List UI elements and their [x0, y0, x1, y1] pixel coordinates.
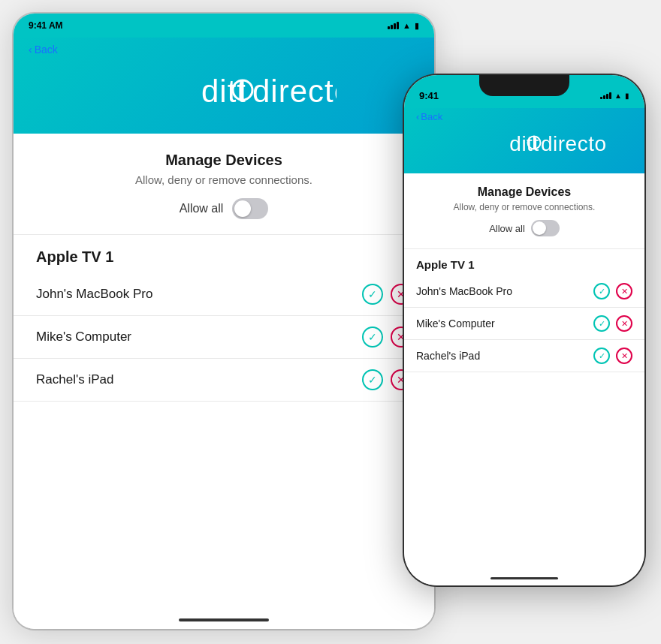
phone-device-name: Mike's Computer	[416, 317, 593, 330]
phone-deny-button[interactable]: ✕	[616, 283, 632, 299]
tablet-home-indicator	[14, 611, 434, 629]
phone-manage-subtitle: Allow, deny or remove connections.	[416, 202, 632, 212]
allow-button[interactable]: ✓	[362, 284, 383, 305]
home-bar	[179, 618, 269, 621]
table-row: Mike's Computer ✓ ✕	[404, 308, 644, 340]
phone-device-actions: ✓ ✕	[593, 348, 632, 364]
svg-text:director: director	[541, 132, 607, 155]
phone-manage-title: Manage Devices	[416, 185, 632, 199]
phone-device: 9:41 ▲ ▮ ‹ Back ditt	[404, 75, 644, 585]
phone-time: 9:41	[419, 90, 439, 101]
table-row: Rachel's iPad ✓ ✕	[14, 359, 434, 402]
phone-status-bar: 9:41 ▲ ▮	[404, 75, 644, 108]
tablet-time: 9:41 AM	[29, 20, 63, 31]
phone-device-group-title: Apple TV 1	[404, 249, 644, 275]
phone-device-actions: ✓ ✕	[593, 283, 632, 299]
phone-allow-button[interactable]: ✓	[593, 283, 610, 299]
device-name: Rachel's iPad	[36, 372, 362, 387]
phone-manage-section: Manage Devices Allow, deny or remove con…	[404, 173, 644, 249]
tablet-status-icons: ▲ ▮	[388, 21, 419, 31]
phone-signal-bars-icon	[600, 92, 611, 99]
allow-button[interactable]: ✓	[362, 327, 383, 348]
signal-bars-icon	[388, 22, 399, 29]
phone-logo: ditt director	[416, 124, 632, 163]
wifi-icon: ▲	[403, 21, 411, 30]
phone-status-icons: ▲ ▮	[600, 92, 629, 100]
manage-section: Manage Devices Allow, deny or remove con…	[14, 134, 434, 235]
phone-allow-all-label: Allow all	[489, 223, 525, 234]
allow-button[interactable]: ✓	[362, 369, 383, 390]
battery-icon: ▮	[415, 21, 419, 31]
phone-home-bar	[490, 577, 558, 579]
device-name: Mike's Computer	[36, 330, 362, 345]
phone-battery-icon: ▮	[625, 92, 629, 100]
chevron-left-icon: ‹	[29, 44, 32, 56]
tablet-back-button[interactable]: ‹ Back	[29, 44, 419, 56]
phone-home-indicator	[404, 570, 644, 585]
phone-allow-button[interactable]: ✓	[593, 348, 610, 364]
allow-all-row: Allow all	[36, 198, 412, 219]
phone-allow-button[interactable]: ✓	[593, 315, 610, 332]
device-list: John's MacBook Pro ✓ ✕ Mike's Computer ✓…	[14, 273, 434, 402]
phone-inner: 9:41 ▲ ▮ ‹ Back ditt	[404, 75, 644, 585]
device-name: John's MacBook Pro	[36, 287, 362, 302]
phone-device-list: John's MacBook Pro ✓ ✕ Mike's Computer ✓…	[404, 275, 644, 372]
svg-text:ditt: ditt	[201, 74, 246, 109]
tablet-device: 9:41 AM ▲ ▮ ‹ Back ditt director	[14, 14, 434, 629]
phone-chevron-left-icon: ‹	[416, 111, 419, 122]
phone-allow-all-row: Allow all	[416, 220, 632, 236]
svg-text:director: director	[252, 74, 337, 109]
phone-notch	[479, 75, 569, 96]
table-row: Mike's Computer ✓ ✕	[14, 316, 434, 359]
tablet-status-bar: 9:41 AM ▲ ▮	[14, 14, 434, 38]
phone-device-name: Rachel's iPad	[416, 350, 593, 362]
phone-content: Manage Devices Allow, deny or remove con…	[404, 173, 644, 570]
table-row: John's MacBook Pro ✓ ✕	[404, 275, 644, 308]
phone-wifi-icon: ▲	[614, 92, 622, 100]
table-row: John's MacBook Pro ✓ ✕	[14, 273, 434, 316]
phone-ditto-director-logo: ditt director	[442, 127, 607, 158]
tablet-content: Manage Devices Allow, deny or remove con…	[14, 134, 434, 611]
allow-all-label: Allow all	[180, 202, 224, 215]
allow-all-toggle[interactable]	[232, 198, 268, 219]
manage-title: Manage Devices	[36, 152, 412, 169]
phone-toggle-knob	[533, 221, 546, 235]
ditto-director-logo: ditt director	[111, 68, 337, 113]
table-row: Rachel's iPad ✓ ✕	[404, 340, 644, 372]
device-group-title: Apple TV 1	[14, 235, 434, 273]
phone-deny-button[interactable]: ✕	[616, 348, 632, 364]
phone-device-name: John's MacBook Pro	[416, 285, 593, 297]
phone-device-actions: ✓ ✕	[593, 315, 632, 332]
phone-deny-button[interactable]: ✕	[616, 315, 632, 332]
toggle-knob	[234, 200, 251, 217]
manage-subtitle: Allow, deny or remove connections.	[36, 173, 412, 186]
tablet-header: ‹ Back ditt director	[14, 38, 434, 134]
phone-allow-all-toggle[interactable]	[531, 220, 560, 236]
tablet-logo: ditt director	[29, 60, 419, 119]
phone-header: ‹ Back ditt director	[404, 108, 644, 173]
phone-back-button[interactable]: ‹ Back	[416, 111, 632, 122]
